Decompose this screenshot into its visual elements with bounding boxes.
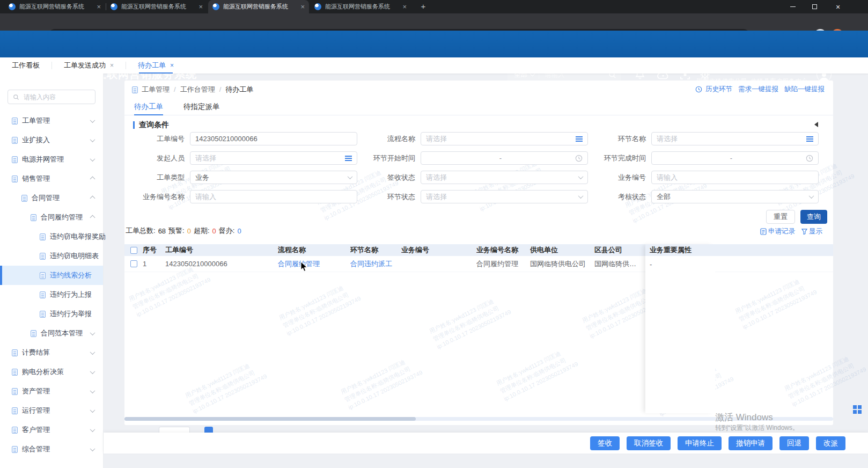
sidebar-item-asset-mgmt[interactable]: 资产管理 — [0, 382, 103, 401]
sidebar-item-customer-mgmt[interactable]: 客户管理 — [0, 420, 103, 440]
sidebar-item-contract-template[interactable]: 合同范本管理 — [0, 324, 103, 343]
biz-name-input[interactable]: 请输入 — [190, 190, 357, 203]
sidebar-item-operation-mgmt[interactable]: 运行管理 — [0, 401, 103, 420]
breadcrumb-item[interactable]: 工作台管理 — [170, 85, 215, 94]
cell-importance: - — [645, 256, 715, 272]
history-steps-link[interactable]: 历史环节 — [705, 85, 732, 94]
sidebar-item-violation-report-up[interactable]: 违约行为上报 — [0, 285, 103, 304]
field-step-status: 环节状态 请选择 — [356, 190, 588, 203]
reset-button[interactable]: 重置 — [766, 210, 795, 224]
tab-order-sent[interactable]: 工单发送成功 × — [64, 57, 114, 74]
sidebar-search[interactable] — [8, 90, 95, 104]
list-picker-icon[interactable] — [576, 136, 583, 142]
step-name-select[interactable]: 请选择 — [651, 132, 819, 145]
revoke-apply-button[interactable]: 撤销申请 — [729, 436, 773, 450]
chevron-down-icon — [90, 349, 95, 355]
quick-entry-grid-icon[interactable] — [853, 405, 862, 414]
clock-icon[interactable] — [575, 155, 583, 162]
scrollbar-thumb[interactable] — [124, 417, 416, 421]
windows-activation-title: 激活 Windows — [715, 411, 773, 423]
order-no-input[interactable]: 1423050210000066 — [190, 132, 357, 145]
browser-tab-4[interactable]: 能源互联网营销服务系统 × — [310, 0, 411, 13]
sidebar-item-general-mgmt[interactable]: 综合管理 — [0, 440, 103, 459]
rollback-button[interactable]: 回退 — [779, 436, 809, 450]
select-all-checkbox[interactable] — [130, 247, 137, 254]
list-picker-icon[interactable] — [806, 136, 813, 142]
row-checkbox[interactable] — [130, 260, 137, 267]
assess-status-select[interactable]: 全部 — [651, 190, 819, 203]
browser-tab-2[interactable]: 能源互联网营销服务系统 × — [106, 0, 207, 13]
document-icon — [40, 311, 46, 318]
document-icon — [12, 427, 18, 434]
content-tabs: 待办工单 待指定派单 — [124, 98, 833, 115]
tab-todo-orders-inner[interactable]: 待办工单 — [134, 98, 163, 115]
breadcrumb-item[interactable]: 工单管理 — [142, 85, 170, 94]
process-name-select[interactable]: 请选择 — [421, 132, 588, 145]
sidebar-search-input[interactable] — [23, 93, 90, 101]
tab-close-icon[interactable]: × — [402, 3, 407, 10]
collapse-arrow-icon[interactable] — [814, 122, 818, 127]
document-icon — [40, 272, 46, 279]
document-icon — [40, 291, 46, 298]
breadcrumb-item: 待办工单 — [215, 85, 254, 94]
sidebar-item-billing[interactable]: 计费结算 — [0, 343, 103, 362]
history-clock-icon — [695, 86, 702, 93]
query-button[interactable]: 查询 — [800, 210, 827, 224]
biz-no-input[interactable]: 请输入 — [651, 171, 819, 184]
sign-status-select[interactable]: 请选择 — [421, 171, 588, 184]
cell-supply-unit: 国网临猗供电公司 — [530, 259, 594, 269]
tab-close-icon[interactable]: × — [198, 3, 203, 10]
browser-tab-1[interactable]: 能源互联网营销服务系统 × — [4, 0, 105, 13]
tab-close-icon[interactable]: × — [300, 3, 305, 10]
browser-tab-3-active[interactable]: 能源互联网营销服务系统 × — [208, 0, 309, 13]
tab-favicon — [212, 3, 219, 10]
step-start-time-picker[interactable]: - — [421, 151, 588, 165]
sidebar-item-report-reward[interactable]: 违约窃电举报奖励 — [0, 227, 103, 246]
tab-work-board[interactable]: 工作看板 — [12, 57, 40, 74]
overdue-label: 超期: — [194, 226, 210, 236]
sidebar-item-contract-performance[interactable]: 合同履约管理 — [0, 208, 103, 227]
sidebar-item-theft-detail[interactable]: 违约窃电明细表 — [0, 246, 103, 266]
col-step: 环节名称 — [350, 245, 401, 255]
table-row[interactable]: 1 1423050210000066 合同履约管理 合同违约派工 合同履约管理 … — [124, 256, 833, 272]
step-status-select[interactable]: 请选择 — [421, 190, 588, 203]
document-icon — [40, 233, 46, 240]
list-picker-icon[interactable] — [345, 156, 352, 161]
window-minimize-button[interactable] — [782, 0, 804, 13]
demand-report-link[interactable]: 需求一键提报 — [738, 85, 778, 94]
window-maximize-button[interactable] — [804, 0, 825, 13]
sidebar-item-clue-analysis[interactable]: 违约线索分析 — [0, 266, 103, 285]
order-type-select[interactable]: 业务 — [190, 171, 357, 184]
display-columns-link[interactable]: 显示 — [801, 227, 822, 236]
chevron-down-icon — [90, 369, 95, 374]
cell-step-link[interactable]: 合同违约派工 — [350, 259, 401, 269]
tab-close-icon[interactable]: × — [97, 3, 101, 10]
apply-record-link[interactable]: 申请记录 — [760, 227, 795, 236]
apply-terminate-button[interactable]: 申请终止 — [678, 436, 722, 450]
chevron-up-icon — [90, 215, 95, 220]
breadcrumb: 工单管理 工作台管理 待办工单 — [132, 84, 253, 96]
sidebar-item-business-expand[interactable]: 业扩接入 — [0, 130, 103, 150]
warning-value: 0 — [187, 227, 191, 235]
sidebar-item-violation-report[interactable]: 违约行为举报 — [0, 304, 103, 324]
cell-process-link[interactable]: 合同履约管理 — [278, 259, 350, 269]
window-close-button[interactable]: × — [827, 0, 849, 13]
tab-pending-dispatch[interactable]: 待指定派单 — [183, 98, 220, 115]
cancel-sign-button[interactable]: 取消签收 — [627, 436, 671, 450]
initiator-select[interactable]: 请选择 — [190, 151, 357, 165]
sidebar-item-order-mgmt[interactable]: 工单管理 — [0, 111, 103, 130]
sidebar-item-sales-mgmt[interactable]: 销售管理 — [0, 169, 103, 188]
close-icon[interactable]: × — [110, 62, 114, 69]
close-icon[interactable]: × — [170, 62, 174, 69]
sidebar-item-purchase-analysis[interactable]: 购电分析决策 — [0, 362, 103, 382]
clock-icon[interactable] — [806, 155, 813, 162]
sign-button[interactable]: 签收 — [590, 436, 620, 450]
sidebar-item-contract-mgmt[interactable]: 合同管理 — [0, 188, 103, 208]
reassign-button[interactable]: 改派 — [816, 436, 845, 450]
new-tab-button[interactable]: + — [417, 2, 429, 12]
defect-report-link[interactable]: 缺陷一键提报 — [784, 85, 825, 94]
document-icon — [12, 388, 18, 395]
tab-todo-orders[interactable]: 待办工单 × — [138, 57, 174, 74]
sidebar-item-grid-connection[interactable]: 电源并网管理 — [0, 150, 103, 169]
step-finish-time-picker[interactable]: - — [651, 151, 819, 165]
